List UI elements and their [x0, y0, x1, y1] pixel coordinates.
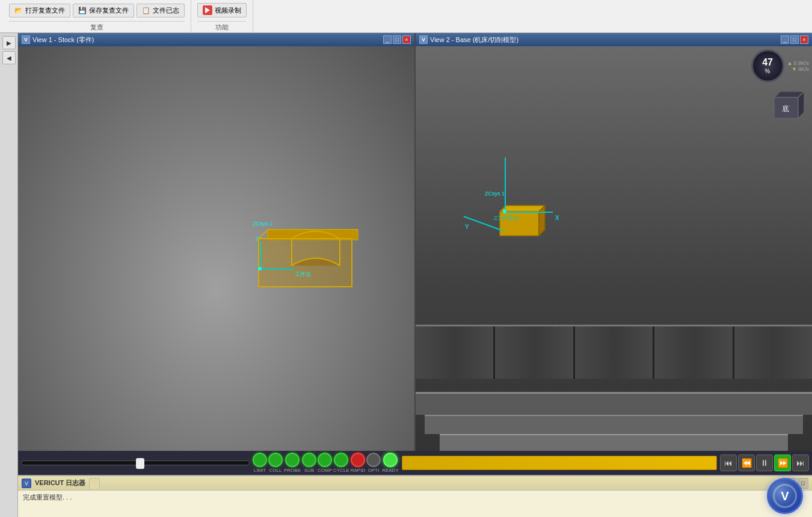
workpiece-label-right: Z工作零点 — [494, 215, 519, 222]
open-icon: 📂 — [14, 7, 23, 14]
indicator-rapid[interactable]: RAPID — [351, 453, 365, 473]
view-maximize-left[interactable]: □ — [393, 35, 401, 44]
sub-label: SUB — [304, 468, 314, 473]
table-grooves — [416, 326, 812, 379]
groove-4 — [654, 326, 734, 379]
log-icon: 📋 — [142, 7, 150, 14]
viewport-left[interactable]: ZCsys 1 Z 工作点 — [18, 46, 414, 451]
speed-up-value: 0.9K/s — [793, 60, 809, 66]
arrow-up-icon: ▲ — [787, 60, 793, 66]
csys-label-right: ZCsys 1 — [485, 191, 505, 197]
x-axis-left — [260, 269, 293, 270]
groove-2 — [495, 326, 574, 379]
svg-marker-10 — [539, 206, 545, 236]
nav-to-end-btn[interactable]: ⏭ — [792, 454, 809, 471]
indicator-cycle[interactable]: CYCLE — [333, 453, 349, 473]
view-controls-left: _ □ × — [383, 35, 411, 44]
comp-circle — [318, 453, 332, 467]
review-section-label: 复查 — [9, 21, 185, 32]
log-title-bar: V VERICUT 日志器 _ □ — [18, 476, 812, 491]
indicator-sub[interactable]: SUB — [302, 453, 316, 473]
stock-svg — [253, 224, 373, 326]
view-maximize-right[interactable]: □ — [790, 35, 799, 44]
nav-pause-btn[interactable]: ⏸ — [756, 454, 773, 471]
indicator-coll[interactable]: COLL — [268, 453, 283, 473]
nav-step-back-btn[interactable]: ⏪ — [738, 454, 755, 471]
svg-line-1 — [259, 230, 268, 239]
groove-3 — [575, 326, 654, 379]
video-record-btn[interactable]: 视频录制 — [197, 3, 247, 17]
indicator-limit[interactable]: LIMIT — [253, 453, 267, 473]
playback-controls: ⏮ ⏪ ⏸ ⏩ ⏭ — [720, 454, 809, 471]
indicator-ready[interactable]: READY — [382, 453, 399, 473]
step-2 — [425, 415, 803, 434]
view-minimize-left[interactable]: _ — [383, 35, 392, 44]
indicator-opti[interactable]: OPTI — [366, 453, 381, 473]
cycle-label: CYCLE — [333, 468, 349, 473]
groove-1 — [416, 326, 495, 379]
ready-label: READY — [382, 468, 399, 473]
speed-circle: 47 % — [751, 49, 784, 82]
z-axis-left — [260, 242, 261, 269]
save-file-btn[interactable]: 💾 保存复查文件 — [73, 4, 134, 17]
indicator-group: LIMIT COLL PROBE SUB COMP CYCLE RAPID O — [253, 453, 399, 473]
viewport-right[interactable]: ZCsys 1 Z工作零点 X Y 47 % — [416, 46, 812, 451]
save-icon: 💾 — [78, 7, 87, 14]
view-close-right[interactable]: × — [800, 35, 808, 44]
speed-down-value: 4K/s — [798, 66, 809, 72]
z-axis-right — [505, 158, 506, 212]
indicator-probe[interactable]: PROBE — [284, 453, 301, 473]
file-log-btn[interactable]: 📋 文件已志 — [137, 4, 185, 17]
stock-object: ZCsys 1 Z 工作点 — [253, 224, 373, 328]
view-close-left[interactable]: × — [402, 35, 411, 44]
groove-5 — [734, 326, 812, 379]
main-viewport-area: V View 1 - Stock (零件) _ □ × — [18, 33, 812, 451]
sidebar-btn-2[interactable]: ◀ — [2, 51, 16, 64]
log-panel-icon: V — [22, 479, 31, 488]
logo-v-icon: V — [781, 489, 789, 503]
nav-play-btn[interactable]: ⏩ — [774, 454, 791, 471]
cube-nav-svg: 底 — [771, 88, 807, 124]
view-controls-right: _ □ × — [781, 35, 808, 44]
view-minimize-right[interactable]: _ — [781, 35, 789, 44]
comp-label: COMP — [318, 468, 332, 473]
speed-percent: 47 — [762, 57, 773, 68]
y-label-right: Y — [465, 224, 469, 230]
toolbar: 📂 打开复查文件 💾 保存复查文件 📋 文件已志 复查 视频录制 功能 — [0, 0, 812, 33]
view-panel-right: V View 2 - Base (机床/切削模型) _ □ × — [416, 33, 812, 451]
progress-track[interactable] — [21, 460, 250, 465]
step-1 — [416, 392, 812, 415]
nav-to-start-btn[interactable]: ⏮ — [720, 454, 737, 471]
opti-label: OPTI — [368, 468, 380, 473]
logo-circle: V — [767, 478, 803, 514]
limit-label: LIMIT — [254, 468, 266, 473]
view-title-right: View 2 - Base (机床/切削模型) — [430, 35, 518, 44]
limit-circle — [253, 453, 267, 467]
machine-bed — [416, 325, 812, 379]
view-panel-left: V View 1 - Stock (零件) _ □ × — [18, 33, 416, 451]
indicator-comp[interactable]: COMP — [318, 453, 332, 473]
sidebar-btn-1[interactable]: ▶ — [2, 36, 16, 49]
probe-label: PROBE — [284, 468, 301, 473]
toolbar-section-review: 📂 打开复查文件 💾 保存复查文件 📋 文件已志 复查 — [3, 0, 191, 33]
csys-label-left: ZCsys 1 — [253, 221, 272, 227]
probe-circle — [285, 453, 300, 467]
video-icon — [203, 5, 212, 15]
origin-dot-left — [258, 267, 262, 271]
progress-thumb[interactable] — [136, 458, 144, 469]
opti-circle — [366, 453, 381, 467]
svg-marker-8 — [500, 206, 545, 212]
axis-label-left: 工作点 — [295, 271, 311, 278]
view-icon-left: V — [22, 35, 30, 44]
left-sidebar: ▶ ◀ — [0, 33, 18, 517]
ready-circle — [383, 453, 398, 467]
open-file-btn[interactable]: 📂 打开复查文件 — [9, 4, 70, 17]
speed-percent-symbol: % — [765, 68, 770, 75]
log-panel: V VERICUT 日志器 _ □ 完成重置模型. . . V — [18, 475, 812, 517]
log-tab[interactable] — [89, 478, 100, 489]
cube-nav[interactable]: 底 — [771, 88, 807, 126]
toolbar-section-function: 视频录制 功能 — [191, 0, 253, 33]
view-title-left: View 1 - Stock (零件) — [32, 35, 94, 44]
svg-text:底: 底 — [782, 105, 789, 113]
step-3 — [440, 434, 788, 451]
